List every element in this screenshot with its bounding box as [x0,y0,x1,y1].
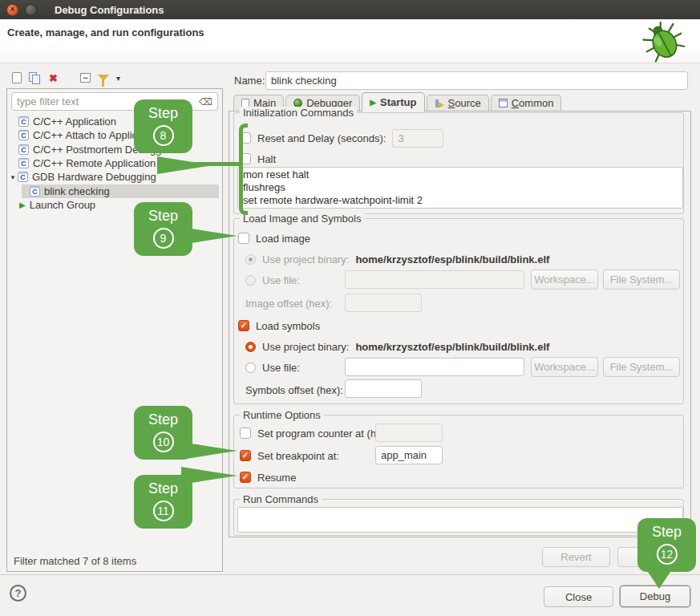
close-button[interactable]: Close [544,586,613,607]
window-minimize-button[interactable] [25,4,37,16]
tab-startup[interactable]: ▶ Startup [362,92,424,111]
load-image-checkbox[interactable] [238,233,249,244]
group-legend: Run Commands [240,493,322,505]
step-12-badge: Step 12 [637,518,696,572]
image-workspace-button[interactable]: Workspace... [531,270,598,290]
load-image-label: Load image [256,233,310,245]
load-symbols-checkbox[interactable]: ✓ [238,320,249,331]
checkmark-icon: ✓ [242,473,249,481]
use-file-label: Use file: [262,274,300,286]
tab-label: Source [448,97,481,109]
startup-play-icon: ▶ [370,98,376,107]
clear-filter-icon[interactable]: ⌫ [199,96,212,107]
step-label: Step [637,524,696,540]
image-offset-label: Image offset (hex): [245,298,332,310]
common-tab-icon [499,99,508,107]
tree-item-label: GDB Hardware Debugging [32,171,156,183]
configurations-toolbar: ✖ − ▾ [6,69,120,87]
symbols-file-input[interactable] [345,358,524,376]
source-tab-icon [435,99,444,108]
c-application-icon: C [30,186,40,197]
debug-button[interactable]: Debug [620,586,690,607]
step-8-connector-line [192,162,241,166]
step-label: Step [134,480,192,496]
close-icon: × [10,6,15,14]
reset-and-delay-label: Reset and Delay (seconds): [257,132,386,144]
window-close-button[interactable]: × [6,4,18,16]
revert-button[interactable]: Revert [542,547,610,567]
set-program-counter-checkbox[interactable] [240,428,251,439]
c-application-icon: C [18,116,29,127]
checkmark-icon: ✓ [241,322,247,330]
expander-icon[interactable]: ▾ [8,173,18,181]
name-input[interactable] [265,71,688,90]
symbols-workspace-button[interactable]: Workspace... [531,357,598,377]
tree-item-label: C/C++ Remote Application [33,157,156,169]
new-configuration-icon[interactable] [12,72,22,83]
symbols-use-project-binary-radio[interactable] [245,342,256,352]
use-file-label: Use file: [262,362,300,374]
load-symbols-label: Load symbols [256,320,320,332]
step-number: 8 [153,125,174,146]
tab-common[interactable]: Common [491,95,562,111]
set-breakpoint-label: Set breakpoint at: [257,450,339,462]
symbols-use-file-radio[interactable] [245,363,256,373]
step-12-pointer [646,569,672,589]
set-breakpoint-checkbox[interactable]: ✓ [240,450,251,461]
tab-label: Startup [380,96,417,108]
run-commands-textarea[interactable] [237,507,683,533]
tab-source[interactable]: Source [427,95,489,111]
step-8-badge: Step 8 [134,99,192,153]
duplicate-configuration-icon[interactable] [29,72,42,84]
header-banner: Create, manage, and run configurations [0,19,700,63]
symbols-filesystem-button[interactable]: File System... [603,357,680,377]
filter-menu-caret-icon[interactable]: ▾ [116,74,120,83]
checkmark-icon: ✓ [242,452,249,460]
use-project-binary-label: Use project binary: [262,253,349,265]
delete-configuration-icon[interactable]: ✖ [49,72,58,84]
tree-item-blink-checking-selected[interactable]: C blink checking [8,184,221,198]
tree-item-label: Launch Group [30,199,95,211]
group-legend: Load Image and Symbols [240,213,364,225]
step-label: Step [134,208,192,224]
use-project-binary-label: Use project binary: [262,341,349,353]
step-number: 11 [153,500,174,521]
reset-delay-input[interactable] [392,129,443,148]
step-label: Step [134,105,192,121]
collapse-all-icon[interactable]: − [80,73,91,83]
symbols-offset-input[interactable] [345,379,422,398]
help-button[interactable]: ? [10,585,26,602]
c-application-icon: C [18,144,29,155]
init-commands-textarea[interactable]: mon reset halt flushregs set remote hard… [237,167,683,209]
image-use-file-radio[interactable] [245,275,256,286]
image-use-project-binary-radio[interactable] [245,254,256,265]
step-8-bracket [239,124,248,215]
tree-item-label: blink checking [44,185,110,197]
window-title: Debug Configurations [55,4,164,16]
c-application-icon: C [18,172,28,182]
breakpoint-input[interactable] [375,446,443,464]
program-counter-input[interactable] [375,424,443,442]
footer-separator [0,574,700,575]
header-title: Create, manage, and run configurations [7,26,204,38]
title-bar: × Debug Configurations [0,0,700,19]
symbols-offset-label: Symbols offset (hex): [245,384,343,396]
resume-label: Resume [257,472,296,484]
filter-icon[interactable] [98,75,109,81]
group-legend: Runtime Options [240,409,324,421]
launch-group-icon: ▶ [19,201,26,209]
filter-status-text: Filter matched 7 of 8 items [14,555,136,567]
tab-label: Common [512,97,554,109]
debug-configurations-dialog: × Debug Configurations Create, manage, a… [0,0,700,616]
group-legend: Initialization Commands [240,107,357,119]
c-application-icon: C [18,158,29,168]
image-offset-input[interactable] [345,294,422,312]
project-binary-path: home/krzysztof/esp/blink/build/blink.elf [355,341,549,353]
resume-checkbox[interactable]: ✓ [240,472,251,483]
c-application-icon: C [18,130,29,140]
bug-icon [639,21,689,63]
image-file-input[interactable] [345,270,524,289]
tree-item-label: C/C++ Application [33,116,116,128]
step-label: Step [134,411,192,428]
image-filesystem-button[interactable]: File System... [603,270,680,290]
